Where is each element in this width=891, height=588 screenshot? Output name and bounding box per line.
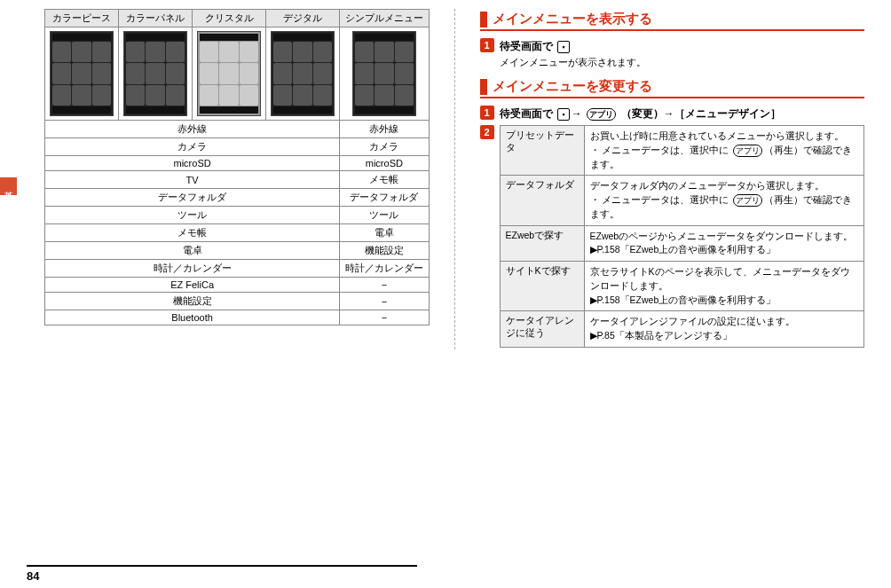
thumbnail-row: [45, 27, 430, 121]
feat-left: TV: [45, 171, 340, 189]
step-number-icon: 2: [480, 125, 494, 139]
feat-left: 時計／カレンダー: [45, 260, 340, 278]
step-1-show: 1 待受画面で ▪: [480, 38, 865, 54]
feat-left: EZ FeliCa: [45, 278, 340, 293]
footer-rule: [27, 565, 417, 567]
step1-note: メインメニューが表示されます。: [500, 56, 865, 69]
th-simplemenu: シンプルメニュー: [340, 10, 429, 27]
step-1-change: 1 待受画面で ▪→ アプリ （変更）→［メニューデザイン］: [480, 106, 865, 122]
title-text: メインメニューを表示する: [493, 11, 652, 27]
feat-left: 電卓: [45, 242, 340, 260]
table-row: TVメモ帳: [45, 171, 430, 189]
opt-val: お買い上げ時に用意されているメニューから選択します。・ メニューデータは、選択中…: [584, 126, 864, 176]
thumb-colorpiece: [50, 31, 114, 116]
step1-pre: 待受画面で: [500, 40, 553, 52]
th-colorpanel: カラーパネル: [119, 10, 193, 27]
opt-key: ケータイアレンジに従う: [500, 311, 584, 348]
section-title-change-menu: メインメニューを変更する: [480, 78, 865, 98]
table-row: microSDmicroSD: [45, 156, 430, 171]
th-crystal: クリスタル: [193, 10, 266, 27]
left-column: カラーピース カラーパネル クリスタル デジタル シンプルメニュー 赤外線赤外線…: [44, 9, 430, 349]
feat-left: 赤外線: [45, 121, 340, 138]
feat-right: ツール: [340, 207, 429, 224]
step-text: 待受画面で ▪: [500, 38, 572, 54]
opt-key: EZwebで探す: [500, 225, 584, 262]
table-row: データフォルダ データフォルダ内のメニューデータから選択します。・ メニューデー…: [500, 176, 864, 225]
table-row: ケータイアレンジに従う ケータイアレンジファイルの設定に従います。▶P.85「本…: [500, 311, 864, 348]
opt-val: ケータイアレンジファイルの設定に従います。▶P.85「本製品をアレンジする」: [584, 311, 864, 348]
feat-left: 機能設定: [45, 293, 340, 310]
thumb-digital: [271, 31, 335, 116]
opt-key: サイトKで探す: [500, 262, 584, 311]
feat-left: メモ帳: [45, 224, 340, 242]
column-divider: [454, 9, 455, 349]
thumb-simplemenu: [352, 31, 416, 116]
feat-left: ツール: [45, 207, 340, 224]
step-2-change: 2 プリセットデータ お買い上げ時に用意されているメニューから選択します。・ メ…: [480, 125, 865, 348]
theme-table: カラーピース カラーパネル クリスタル デジタル シンプルメニュー 赤外線赤外線…: [44, 9, 430, 325]
opt-val: EZwebのページからメニューデータをダウンロードします。▶P.158「EZwe…: [584, 225, 864, 262]
table-row: プリセットデータ お買い上げ時に用意されているメニューから選択します。・ メニュ…: [500, 126, 864, 176]
th-digital: デジタル: [266, 10, 340, 27]
section-title-show-menu: メインメニューを表示する: [480, 11, 865, 31]
opt-val: 京セラサイトKのページを表示して、メニューデータをダウンロードします。▶P.15…: [584, 262, 864, 311]
table-row: サイトKで探す 京セラサイトKのページを表示して、メニューデータをダウンロードし…: [500, 262, 864, 311]
feat-left: microSD: [45, 156, 340, 171]
step-number-icon: 1: [480, 38, 494, 52]
table-header-row: カラーピース カラーパネル クリスタル デジタル シンプルメニュー: [45, 10, 430, 27]
feat-right: メモ帳: [340, 171, 429, 189]
step-pre: 待受画面で: [500, 107, 553, 120]
table-row: データフォルダデータフォルダ: [45, 189, 430, 207]
table-row: Bluetooth−: [45, 310, 430, 325]
feat-right: カメラ: [340, 138, 429, 156]
options-table: プリセットデータ お買い上げ時に用意されているメニューから選択します。・ メニュ…: [500, 125, 865, 348]
table-row: 時計／カレンダー時計／カレンダー: [45, 260, 430, 278]
table-row: 赤外線赤外線: [45, 121, 430, 138]
table-row: ツールツール: [45, 207, 430, 224]
page-number: 84: [27, 569, 39, 583]
table-row: EZwebで探す EZwebのページからメニューデータをダウンロードします。▶P…: [500, 225, 864, 262]
feat-right: 機能設定: [340, 242, 429, 260]
feat-left: データフォルダ: [45, 189, 340, 207]
feat-right: データフォルダ: [340, 189, 429, 207]
page-body: カラーピース カラーパネル クリスタル デジタル シンプルメニュー 赤外線赤外線…: [0, 0, 891, 349]
table-row: 機能設定−: [45, 293, 430, 310]
step-text: 待受画面で ▪→ アプリ （変更）→［メニューデザイン］: [500, 106, 781, 122]
feat-right: −: [340, 278, 429, 293]
opt-key: データフォルダ: [500, 176, 584, 225]
feat-right: microSD: [340, 156, 429, 171]
opt-key: プリセットデータ: [500, 126, 584, 176]
step-post: （変更）→［メニューデザイン］: [621, 107, 781, 120]
feat-right: 赤外線: [340, 121, 429, 138]
title-bar-icon: [480, 79, 487, 95]
feat-right: −: [340, 293, 429, 310]
feat-left: Bluetooth: [45, 310, 340, 325]
feat-left: カメラ: [45, 138, 340, 156]
feat-right: 時計／カレンダー: [340, 260, 429, 278]
table-row: メモ帳電卓: [45, 224, 430, 242]
feat-right: −: [340, 310, 429, 325]
feat-right: 電卓: [340, 224, 429, 242]
right-column: メインメニューを表示する 1 待受画面で ▪ メインメニューが表示されます。 メ…: [480, 9, 865, 349]
title-text: メインメニューを変更する: [493, 78, 652, 95]
opt-val: データフォルダ内のメニューデータから選択します。・ メニューデータは、選択中に …: [584, 176, 864, 225]
thumb-crystal: [197, 31, 261, 116]
thumb-colorpanel: [123, 31, 187, 116]
step-number-icon: 1: [480, 106, 494, 120]
table-row: EZ FeliCa−: [45, 278, 430, 293]
app-key-icon: アプリ: [587, 108, 616, 121]
center-key-icon: ▪: [557, 108, 570, 121]
table-row: 電卓機能設定: [45, 242, 430, 260]
th-colorpiece: カラーピース: [45, 10, 119, 27]
center-key-icon: ▪: [557, 41, 570, 53]
title-bar-icon: [480, 12, 487, 27]
table-row: カメラカメラ: [45, 138, 430, 156]
